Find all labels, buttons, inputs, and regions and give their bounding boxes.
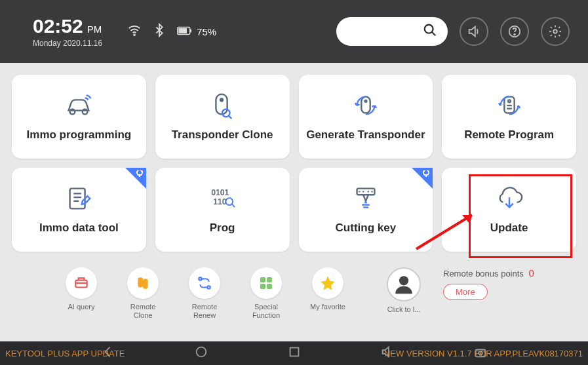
binary-search-icon: 0101110	[207, 185, 237, 212]
svg-rect-50	[290, 348, 298, 356]
battery-icon	[177, 24, 191, 40]
help-button[interactable]	[500, 17, 529, 46]
tile-immo-programming[interactable]: Immo programming	[12, 75, 146, 159]
clock-block: 02:52 PM Monday 2020.11.16	[33, 15, 102, 48]
header-bar: 02:52 PM Monday 2020.11.16 75%	[0, 0, 588, 63]
svg-point-46	[399, 276, 408, 285]
svg-line-5	[432, 32, 436, 36]
wifi-icon	[127, 23, 142, 40]
tile-label: Prog	[206, 221, 239, 235]
svg-point-10	[83, 109, 88, 115]
shortcut-my-favorite[interactable]: My favorite	[305, 267, 350, 311]
svg-point-0	[134, 34, 135, 35]
tile-generate-transponder[interactable]: Generate Transponder	[299, 75, 433, 159]
cloud-badge-icon	[412, 168, 433, 189]
svg-rect-51	[475, 349, 485, 356]
svg-rect-3	[178, 28, 187, 33]
bonus-label: Remote bonus points	[443, 269, 524, 279]
svg-point-49	[196, 347, 206, 357]
shortcut-row: AI query Remote Clone Remote Renew Speci…	[0, 263, 588, 319]
document-edit-icon	[64, 185, 94, 212]
tile-update[interactable]: Update	[442, 168, 576, 252]
shortcut-label: My favorite	[310, 303, 345, 311]
tile-label: Update	[486, 221, 532, 235]
svg-point-7	[514, 34, 515, 35]
tile-prog[interactable]: 0101110 Prog	[155, 168, 290, 252]
clock-date: Monday 2020.11.16	[33, 39, 102, 48]
shortcut-label: AI query	[68, 303, 95, 311]
shortcut-label: Remote Renew	[182, 303, 227, 319]
shortcut-remote-renew[interactable]: Remote Renew	[182, 267, 227, 319]
more-button[interactable]: More	[443, 284, 488, 300]
battery-percent: 75%	[197, 26, 216, 37]
tile-cutting-key[interactable]: Cutting key	[299, 168, 433, 252]
avatar-label: Click to l...	[387, 305, 421, 314]
search-input[interactable]	[336, 17, 448, 46]
svg-rect-45	[267, 284, 272, 289]
svg-line-28	[232, 204, 235, 207]
svg-point-52	[479, 351, 482, 355]
svg-point-16	[364, 100, 366, 102]
tile-label: Generate Transponder	[302, 128, 429, 142]
svg-point-41	[207, 286, 210, 288]
shortcut-special-function[interactable]: Special Function	[244, 267, 288, 319]
svg-point-18	[508, 100, 511, 102]
shortcut-remote-clone[interactable]: Remote Clone	[121, 267, 165, 319]
cloud-download-icon	[494, 185, 524, 212]
svg-rect-11	[216, 94, 227, 115]
tile-label: Immo programming	[23, 128, 136, 142]
login-avatar[interactable]: Click to l...	[387, 267, 421, 314]
tile-label: Cutting key	[332, 221, 401, 235]
svg-point-40	[199, 277, 201, 280]
svg-line-14	[229, 115, 232, 119]
main-grid: Immo programming Transponder Clone Gener…	[0, 63, 588, 263]
cutting-machine-icon	[351, 185, 381, 212]
remote-refresh-icon	[494, 92, 524, 119]
svg-point-8	[553, 29, 557, 33]
bluetooth-icon	[152, 23, 167, 40]
shortcut-label: Remote Clone	[121, 303, 165, 319]
tile-label: Immo data tool	[35, 221, 123, 235]
settings-button[interactable]	[541, 17, 570, 46]
svg-point-12	[220, 98, 223, 101]
tile-transponder-clone[interactable]: Transponder Clone	[155, 75, 290, 159]
svg-text:110: 110	[213, 197, 227, 206]
android-nav-bar	[0, 341, 588, 365]
home-nav-icon[interactable]	[194, 345, 208, 362]
shortcut-ai-query[interactable]: AI query	[59, 267, 104, 311]
volume-nav-icon[interactable]	[380, 345, 395, 362]
svg-rect-38	[138, 277, 143, 287]
svg-point-9	[70, 109, 75, 115]
tile-label: Transponder Clone	[168, 128, 277, 142]
svg-rect-43	[267, 277, 272, 282]
svg-rect-15	[361, 96, 370, 113]
svg-point-27	[225, 198, 233, 205]
shortcut-label: Special Function	[244, 303, 288, 319]
tile-remote-program[interactable]: Remote Program	[442, 75, 576, 159]
svg-rect-39	[143, 279, 148, 289]
svg-point-34	[364, 201, 367, 204]
tile-immo-data-tool[interactable]: Immo data tool	[12, 168, 146, 252]
back-nav-icon[interactable]	[101, 345, 115, 362]
bonus-count: 0	[528, 267, 534, 279]
svg-rect-42	[260, 277, 265, 282]
screenshot-nav-icon[interactable]	[473, 345, 488, 362]
recent-nav-icon[interactable]	[287, 345, 302, 362]
svg-rect-2	[190, 29, 191, 32]
avatar-icon	[387, 267, 421, 301]
clock-ampm: PM	[87, 24, 102, 35]
svg-text:0101: 0101	[211, 188, 229, 197]
tile-label: Remote Program	[460, 128, 558, 142]
volume-button[interactable]	[460, 17, 488, 46]
search-icon	[423, 23, 437, 40]
cloud-badge-icon	[125, 168, 146, 189]
car-key-icon	[64, 92, 94, 119]
bonus-block: Remote bonus points 0 More	[443, 267, 534, 300]
key-refresh-icon	[351, 92, 381, 119]
clock-time: 02:52	[33, 15, 83, 37]
svg-rect-21	[70, 188, 85, 208]
key-search-icon	[207, 92, 237, 119]
svg-point-4	[425, 25, 433, 33]
svg-rect-44	[260, 284, 265, 289]
